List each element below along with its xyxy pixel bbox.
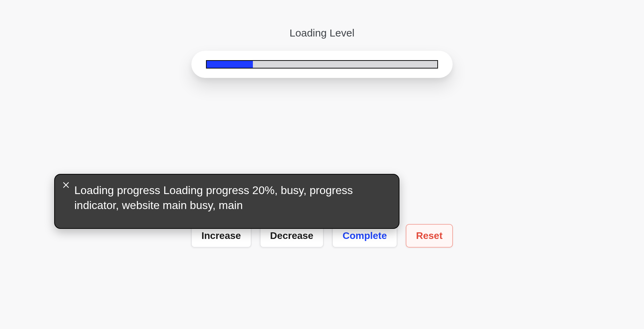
accessibility-tooltip: Loading progress Loading progress 20%, b…: [54, 174, 399, 229]
close-icon[interactable]: [62, 181, 70, 189]
progress-fill: [207, 61, 253, 68]
progress-track: [206, 60, 438, 69]
progress-card: [191, 51, 453, 78]
reset-button[interactable]: Reset: [406, 224, 453, 248]
tooltip-text: Loading progress Loading progress 20%, b…: [74, 183, 385, 213]
page-heading: Loading Level: [0, 27, 644, 39]
